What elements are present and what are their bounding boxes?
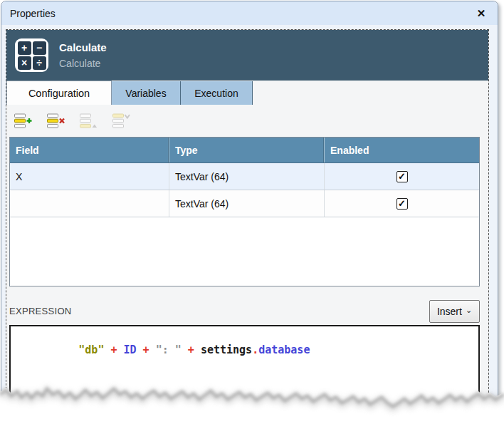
move-row-down-icon — [112, 113, 131, 129]
add-row-button[interactable] — [12, 112, 33, 130]
expression-label: EXPRESSION — [9, 306, 72, 316]
calculator-icon: + − × ÷ — [15, 38, 48, 72]
activity-header: + − × ÷ Calculate Calculate — [6, 30, 488, 81]
enabled-checkbox[interactable]: ✓ — [397, 198, 408, 210]
divide-icon: ÷ — [33, 56, 46, 70]
insert-button-label: Insert — [437, 306, 462, 317]
column-header-enabled[interactable]: Enabled — [324, 138, 479, 162]
enabled-checkbox[interactable]: ✓ — [397, 171, 408, 182]
tab-execution[interactable]: Execution — [181, 81, 253, 105]
header-text: Calculate Calculate — [59, 41, 107, 69]
table-row[interactable]: X TextVar (64) ✓ — [10, 163, 479, 190]
multiply-icon: × — [18, 56, 31, 70]
move-row-down-button[interactable] — [110, 112, 132, 130]
grid-toolbar — [6, 105, 488, 137]
fields-table: Field Type Enabled X TextVar (64) ✓ Text… — [9, 137, 480, 286]
plus-icon: + — [18, 41, 31, 55]
add-row-icon — [14, 113, 33, 129]
activity-subtitle: Calculate — [59, 58, 107, 69]
activity-title: Calculate — [59, 41, 107, 53]
minus-icon: − — [33, 41, 46, 55]
delete-row-icon — [46, 113, 65, 129]
table-row[interactable]: TextVar (64) ✓ — [10, 190, 479, 217]
window-title-bar[interactable]: Properties ✕ — [1, 1, 498, 25]
column-header-field[interactable]: Field — [10, 138, 169, 162]
table-header-row: Field Type Enabled — [10, 138, 479, 163]
field-cell[interactable]: X — [10, 163, 169, 190]
expression-bar: EXPRESSION Insert ⌄ — [9, 299, 480, 323]
close-icon[interactable]: ✕ — [473, 6, 489, 21]
screenshot-stage: Properties ✕ + − × ÷ Calculate Calculate — [0, 0, 504, 434]
torn-paper-edge — [0, 351, 504, 434]
enabled-cell: ✓ — [324, 163, 479, 190]
column-header-type[interactable]: Type — [169, 138, 324, 162]
tab-strip: Configuration Variables Execution — [6, 81, 488, 105]
type-cell[interactable]: TextVar (64) — [169, 190, 324, 217]
window-title: Properties — [10, 8, 56, 19]
insert-button[interactable]: Insert ⌄ — [429, 300, 480, 323]
move-row-up-icon — [79, 113, 98, 129]
tab-configuration[interactable]: Configuration — [6, 81, 112, 105]
delete-row-button[interactable] — [45, 112, 66, 130]
field-cell[interactable] — [10, 190, 169, 217]
move-row-up-button[interactable] — [78, 112, 99, 130]
enabled-cell: ✓ — [324, 190, 479, 217]
tab-variables[interactable]: Variables — [112, 81, 181, 105]
table-empty-area — [10, 217, 479, 286]
chevron-down-icon: ⌄ — [466, 306, 472, 315]
type-cell[interactable]: TextVar (64) — [169, 163, 324, 190]
